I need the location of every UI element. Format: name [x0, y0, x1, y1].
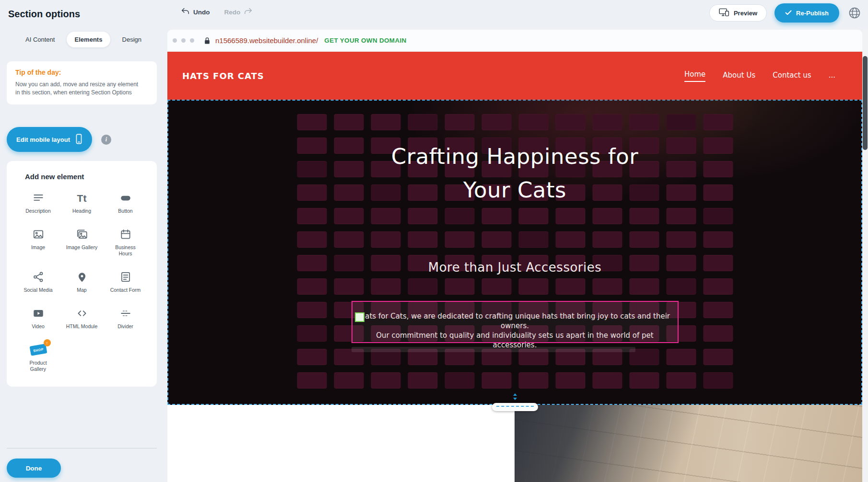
language-globe-button[interactable]	[847, 5, 862, 21]
tip-card: Tip of the day: Now you can add, move an…	[7, 61, 157, 104]
element-social-media[interactable]: Social Media	[16, 270, 60, 293]
video-icon	[32, 307, 45, 320]
element-button[interactable]: Button	[104, 191, 147, 214]
hero-tile	[297, 114, 327, 130]
hero-heading[interactable]: Crafting Happiness for Your Cats	[167, 140, 862, 207]
element-business-hours[interactable]: Business Hours	[104, 228, 147, 257]
nav-about[interactable]: About Us	[723, 71, 755, 80]
image-icon	[32, 228, 45, 241]
edit-mobile-label: Edit mobile layout	[16, 136, 70, 143]
topbar: Section options Undo Redo Preview Re-P	[0, 0, 868, 29]
hero-tile	[518, 231, 548, 248]
hero-tile	[703, 208, 733, 224]
hero-subheading[interactable]: More than Just Accessories	[167, 260, 862, 275]
resize-arrows-icon	[512, 393, 518, 400]
element-video[interactable]: Video	[16, 307, 60, 330]
sidebar: AI Content Elements Design Tip of the da…	[0, 29, 167, 482]
hero-tile	[445, 231, 474, 248]
globe-icon	[848, 6, 861, 20]
hero-tile	[703, 325, 733, 342]
tab-ai-content[interactable]: AI Content	[17, 32, 63, 47]
hero-tile	[703, 278, 733, 295]
info-icon[interactable]: i	[101, 135, 111, 145]
check-icon	[785, 10, 792, 17]
hero-tile	[629, 231, 659, 248]
hero-tile	[629, 208, 659, 224]
hero-tile	[334, 278, 364, 295]
site-header[interactable]: HATS FOR CATS Home About Us Contact us .…	[167, 52, 862, 100]
description-icon	[32, 191, 45, 205]
preview-label: Preview	[734, 10, 757, 17]
hero-tile	[555, 231, 585, 248]
nav-home[interactable]: Home	[684, 70, 705, 82]
hero-tile	[334, 231, 364, 248]
drag-handle[interactable]	[355, 312, 364, 322]
pavement-photo	[515, 405, 862, 482]
republish-button[interactable]: Re-Publish	[774, 3, 839, 23]
hero-tile	[666, 114, 696, 130]
add-element-panel: Add new element Description Tt Heading B…	[7, 161, 157, 387]
html-module-icon	[76, 307, 88, 320]
divider-icon	[119, 307, 132, 320]
mobile-layout-row: Edit mobile layout i	[7, 127, 111, 152]
editor-canvas: n1566589.websitebuilder.online/ GET YOUR…	[167, 29, 868, 482]
hero-tile	[666, 208, 696, 224]
hero-paragraph[interactable]: Hats for Cats, we are dedicated to craft…	[352, 302, 678, 350]
hero-tile	[297, 372, 327, 389]
hero-tile	[297, 231, 327, 248]
preview-button[interactable]: Preview	[709, 4, 767, 22]
hero-tile	[592, 231, 622, 248]
element-heading[interactable]: Tt Heading	[60, 191, 104, 214]
hero-tile	[555, 208, 585, 224]
nav-contact[interactable]: Contact us	[773, 71, 811, 80]
hero-tile	[518, 372, 548, 389]
site-logo[interactable]: HATS FOR CATS	[182, 71, 264, 81]
element-divider[interactable]: Divider	[104, 307, 147, 330]
hero-tile	[481, 372, 511, 389]
hero-tile	[481, 114, 511, 130]
element-image-gallery[interactable]: Image Gallery	[60, 228, 104, 257]
tab-design[interactable]: Design	[114, 32, 150, 47]
map-icon	[76, 270, 88, 284]
selected-text-element[interactable]: Hats for Cats, we are dedicated to craft…	[352, 301, 679, 343]
hero-tile	[408, 208, 437, 224]
hero-tile	[555, 114, 585, 130]
element-map[interactable]: Map	[60, 270, 104, 293]
scrollbar-track[interactable]	[862, 30, 868, 482]
hero-tile	[481, 208, 511, 224]
hero-tile	[297, 302, 327, 318]
business-hours-icon	[119, 228, 132, 241]
hero-tile	[703, 349, 733, 365]
edit-mobile-layout-button[interactable]: Edit mobile layout	[7, 127, 92, 152]
hero-tile	[408, 372, 437, 389]
element-contact-form[interactable]: Contact Form	[104, 270, 147, 293]
hero-tile	[518, 208, 548, 224]
site-preview: HATS FOR CATS Home About Us Contact us .…	[167, 52, 862, 482]
hero-tile	[481, 231, 511, 248]
hero-tile	[555, 372, 585, 389]
next-section[interactable]	[167, 405, 862, 482]
product-gallery-icon: SHOP ↑	[30, 343, 47, 356]
social-media-icon	[32, 270, 45, 284]
redo-button[interactable]: Redo	[224, 8, 253, 16]
get-domain-link[interactable]: GET YOUR OWN DOMAIN	[324, 37, 406, 44]
hero-tile	[297, 208, 327, 224]
lock-icon	[204, 37, 211, 45]
hero-tile	[334, 372, 364, 389]
element-description[interactable]: Description	[16, 191, 60, 214]
scrollbar-thumb[interactable]	[863, 56, 868, 150]
history-controls: Undo Redo	[181, 8, 252, 16]
nav-more[interactable]: ...	[829, 71, 835, 80]
hero-tile	[445, 114, 474, 130]
hero-section-selected[interactable]: Crafting Happiness for Your Cats More th…	[167, 100, 862, 405]
element-image[interactable]: Image	[16, 228, 60, 257]
tab-elements[interactable]: Elements	[67, 32, 111, 47]
element-product-gallery[interactable]: SHOP ↑ Product Gallery	[16, 343, 60, 372]
sidebar-divider	[7, 448, 157, 448]
element-html-module[interactable]: HTML Module	[60, 307, 104, 330]
hero-tile	[408, 114, 437, 130]
undo-icon	[181, 8, 189, 16]
undo-button[interactable]: Undo	[181, 8, 210, 16]
section-resize-handle[interactable]	[492, 395, 538, 412]
done-button[interactable]: Done	[7, 459, 61, 478]
